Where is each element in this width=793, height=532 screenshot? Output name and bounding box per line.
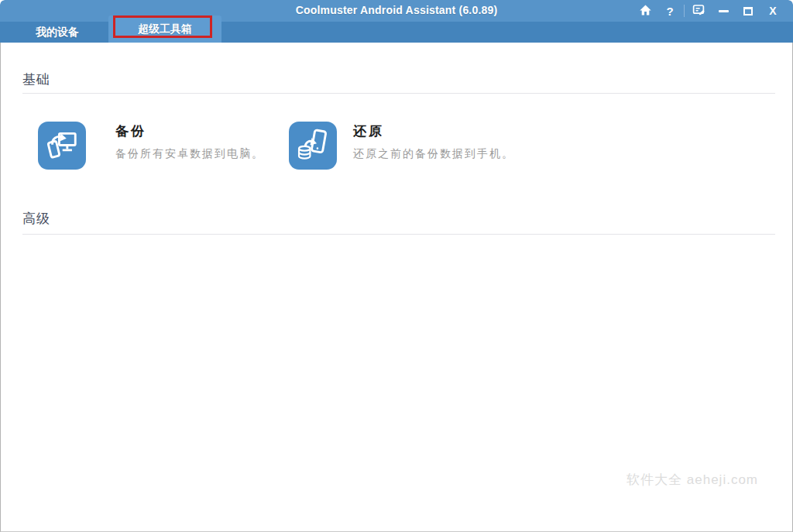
app-window: Coolmuster Android Assistant (6.0.89) ?: [0, 0, 793, 532]
content-area: 基础 备份: [0, 43, 793, 532]
tab-my-devices-label: 我的设备: [36, 26, 79, 39]
section-title-advanced: 高级: [22, 210, 50, 228]
database-to-phone-restore-icon: [295, 126, 331, 165]
tab-bar: 我的设备 超级工具箱: [0, 22, 793, 43]
minimize-button[interactable]: [711, 0, 736, 22]
close-icon: X: [769, 5, 776, 17]
backup-title: 备份: [115, 122, 264, 140]
minimize-icon: [719, 10, 729, 12]
maximize-icon: [743, 7, 753, 15]
restore-description: 还原之前的备份数据到手机。: [353, 147, 514, 161]
maximize-button[interactable]: [736, 0, 760, 22]
watermark-text: 软件大全 aeheji.com: [627, 471, 758, 489]
feedback-note-icon: [692, 3, 705, 19]
tab-my-devices[interactable]: 我的设备: [14, 22, 101, 43]
backup-description: 备份所有安卓数据到电脑。: [115, 147, 264, 161]
backup-item[interactable]: 备份 备份所有安卓数据到电脑。: [38, 122, 264, 170]
home-icon: [639, 4, 652, 19]
section-divider-basic: [22, 93, 775, 94]
phone-to-computer-backup-icon: [44, 126, 80, 165]
tab-super-toolkit-label: 超级工具箱: [138, 22, 192, 36]
help-button[interactable]: ?: [657, 0, 682, 22]
question-mark-icon: ?: [666, 5, 673, 18]
restore-title: 还原: [353, 122, 514, 140]
section-divider-advanced: [22, 234, 775, 235]
restore-item[interactable]: 还原 还原之前的备份数据到手机。: [289, 122, 514, 170]
titlebar-controls: ? X: [633, 0, 785, 22]
section-title-basic: 基础: [22, 70, 50, 88]
home-button[interactable]: [633, 0, 657, 22]
feedback-button[interactable]: [686, 0, 711, 22]
restore-tile: [289, 122, 337, 170]
controls-divider: [684, 5, 685, 17]
backup-tile: [38, 122, 86, 170]
close-button[interactable]: X: [760, 0, 785, 22]
tab-super-toolkit[interactable]: 超级工具箱: [108, 15, 221, 43]
